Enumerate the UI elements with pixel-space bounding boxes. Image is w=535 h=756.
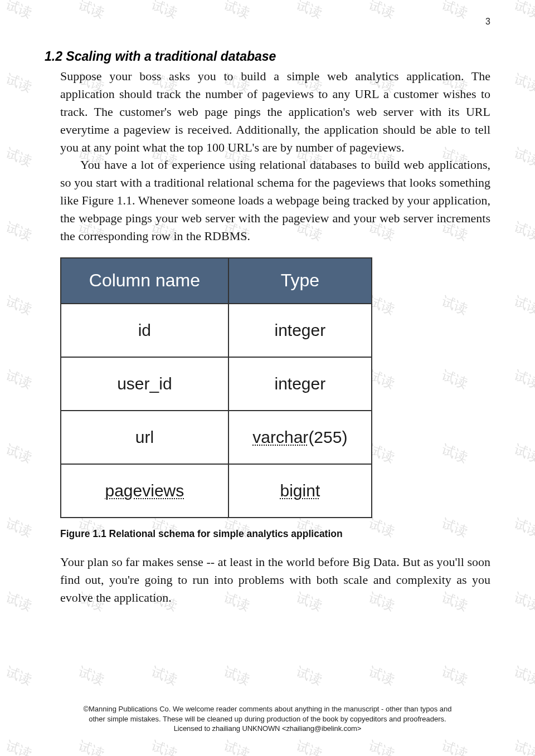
page-content: 3 1.2 Scaling with a traditional databas… <box>0 0 535 607</box>
paragraph-1: Suppose your boss asks you to build a si… <box>60 67 490 156</box>
cell-column-name: url <box>61 411 228 464</box>
table-row: user_idinteger <box>61 357 372 411</box>
watermark-text: 试读 <box>221 737 252 756</box>
th-column-name: Column name <box>61 258 228 304</box>
footer-line-3: Licensed to zhailiang UNKNOWN <zhailiang… <box>0 724 535 734</box>
schema-table-wrap: Column name Type idintegeruser_idinteger… <box>60 257 490 518</box>
cell-type: bigint <box>228 464 372 518</box>
watermark-text: 试读 <box>366 663 397 689</box>
cell-type: integer <box>228 304 372 357</box>
watermark-text: 试读 <box>76 663 107 689</box>
paragraph-1-text: Suppose your boss asks you to build a si… <box>60 69 490 154</box>
cell-column-name: id <box>61 304 228 357</box>
table-row: urlvarchar(255) <box>61 411 372 464</box>
watermark-text: 试读 <box>76 737 107 756</box>
watermark-text: 试读 <box>3 663 35 689</box>
watermark-text: 试读 <box>149 663 180 689</box>
paragraph-2: Your plan so far makes sense -- at least… <box>60 553 490 607</box>
watermark-text: 试读 <box>294 737 325 756</box>
cell-type: integer <box>228 357 372 411</box>
page-footer: ©Manning Publications Co. We welcome rea… <box>0 704 535 734</box>
page-number: 3 <box>485 17 490 27</box>
schema-tbody: idintegeruser_idintegerurlvarchar(255)pa… <box>61 304 372 518</box>
paragraph-2-text: Your plan so far makes sense -- at least… <box>60 555 490 604</box>
watermark-text: 试读 <box>294 663 325 689</box>
cell-column-name: pageviews <box>61 464 228 518</box>
watermark-text: 试读 <box>366 737 397 756</box>
cell-type: varchar(255) <box>228 411 372 464</box>
footer-line-1: ©Manning Publications Co. We welcome rea… <box>0 704 535 714</box>
section-heading: 1.2 Scaling with a traditional database <box>45 49 490 64</box>
watermark-text: 试读 <box>3 737 35 756</box>
watermark-text: 试读 <box>221 663 252 689</box>
table-row: idinteger <box>61 304 372 357</box>
watermark-text: 试读 <box>149 737 180 756</box>
paragraph-1b-text: You have a lot of experience using relat… <box>60 158 490 243</box>
table-header-row: Column name Type <box>61 258 372 304</box>
schema-table: Column name Type idintegeruser_idinteger… <box>60 257 372 518</box>
figure-caption: Figure 1.1 Relational schema for simple … <box>60 528 490 540</box>
cell-column-name: user_id <box>61 357 228 411</box>
watermark-text: 试读 <box>439 663 470 689</box>
paragraph-1b: You have a lot of experience using relat… <box>60 156 490 245</box>
watermark-text: 试读 <box>512 737 535 756</box>
table-row: pageviewsbigint <box>61 464 372 518</box>
th-type: Type <box>228 258 372 304</box>
watermark-text: 试读 <box>512 663 535 689</box>
watermark-text: 试读 <box>439 737 470 756</box>
footer-line-2: other simple mistakes. These will be cle… <box>0 714 535 724</box>
